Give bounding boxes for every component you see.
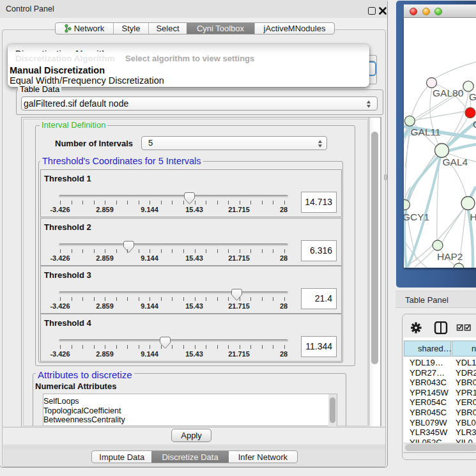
svg-text:HAP2: HAP2 bbox=[437, 251, 463, 262]
svg-text:GAL4: GAL4 bbox=[443, 157, 468, 167]
svg-text:GAL11: GAL11 bbox=[411, 127, 441, 137]
svg-text:HI: HI bbox=[470, 211, 476, 222]
svg-text:C: C bbox=[473, 119, 476, 130]
svg-text:GAL80: GAL80 bbox=[433, 88, 464, 98]
svg-text:GCY1: GCY1 bbox=[404, 211, 429, 222]
svg-text:GA: GA bbox=[469, 91, 476, 102]
